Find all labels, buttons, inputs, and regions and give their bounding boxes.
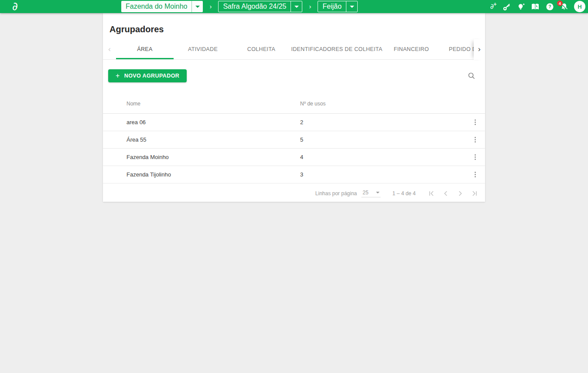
table-row: Fazenda Tijolinho 3 <box>103 166 485 183</box>
last-page-button[interactable] <box>470 189 479 198</box>
svg-text:?: ? <box>548 4 551 9</box>
pagination-bar: Linhas por página 25 1 – 4 de 4 <box>103 183 485 203</box>
farm-selector-caret[interactable] <box>191 1 203 12</box>
tabs-scroll-left-button[interactable]: ‹ <box>103 39 116 59</box>
table-row: Fazenda Moinho 4 <box>103 149 485 166</box>
app-bar: ∂ Fazenda do Moinho › Safra Algodão 24/2… <box>0 0 588 13</box>
tab-strip: ÁREA ATIVIDADE COLHEITA IDENTIFICADORES … <box>116 39 485 59</box>
new-agrupador-button-label: NOVO AGRUPADOR <box>124 73 179 79</box>
chevron-right-icon: › <box>478 46 481 53</box>
breadcrumb-separator-icon: › <box>209 1 212 12</box>
season-selector-label: Safra Algodão 24/25 <box>219 1 291 12</box>
search-icon[interactable] <box>468 72 475 80</box>
new-agrupador-button[interactable]: + NOVO AGRUPADOR <box>108 69 187 82</box>
aegro-logo-icon: ∂ <box>12 1 18 12</box>
row-menu-kebab-icon[interactable] <box>473 118 478 127</box>
tab-bar: ‹ ÁREA ATIVIDADE COLHEITA IDENTIFICADORE… <box>103 39 485 60</box>
pagination-range-label: 1 – 4 de 4 <box>393 190 416 197</box>
agrupadores-card: Agrupadores ‹ ÁREA ATIVIDADE COLHEITA ID… <box>103 13 485 202</box>
crop-selector-caret[interactable] <box>346 1 357 12</box>
notification-badge: 4 <box>557 0 563 6</box>
row-usos: 5 <box>300 136 465 143</box>
toolbar: + NOVO AGRUPADOR <box>103 60 485 82</box>
row-menu-kebab-icon[interactable] <box>473 170 478 179</box>
invite-user-icon[interactable]: ∂+ <box>488 2 496 11</box>
season-selector-caret[interactable] <box>291 1 302 12</box>
crop-selector[interactable]: Feijão <box>318 1 358 12</box>
farm-selector-label: Fazenda do Moinho <box>121 1 191 12</box>
plus-icon: + <box>116 72 120 80</box>
rows-per-page-value: 25 <box>362 190 368 196</box>
chevron-down-icon <box>294 6 299 8</box>
chevron-down-icon <box>376 192 379 193</box>
notifications-muted-icon[interactable]: 4 <box>560 2 568 11</box>
user-avatar[interactable]: H <box>574 1 585 12</box>
chevron-down-icon <box>350 6 354 8</box>
breadcrumb-separator-icon: › <box>309 1 311 12</box>
crop-selector-label: Feijão <box>318 1 346 12</box>
table-row: area 06 2 <box>103 114 485 131</box>
breadcrumb: Fazenda do Moinho › Safra Algodão 24/25 … <box>121 1 358 12</box>
app-bar-actions: ∂+ <box>488 0 585 13</box>
pager-controls <box>427 189 479 198</box>
row-usos: 3 <box>300 171 465 178</box>
tab-colheita[interactable]: COLHEITA <box>232 39 291 59</box>
tab-atividade[interactable]: ATIVIDADE <box>174 39 232 59</box>
row-nome: area 06 <box>103 119 300 125</box>
knowledge-book-icon[interactable] <box>531 2 540 11</box>
help-icon[interactable]: ? <box>545 2 554 11</box>
agrupadores-table: Nome Nº de usos area 06 2 Área 55 5 Faze… <box>103 94 485 183</box>
column-header-nome: Nome <box>103 101 300 107</box>
lightbulb-new-icon[interactable] <box>516 2 525 11</box>
page-title: Agrupadores <box>103 13 485 34</box>
tab-financeiro[interactable]: FINANCEIRO <box>383 39 440 59</box>
rows-per-page-select[interactable]: 25 <box>362 190 380 197</box>
first-page-button[interactable] <box>427 189 436 198</box>
season-selector[interactable]: Safra Algodão 24/25 <box>218 1 302 12</box>
row-nome: Fazenda Moinho <box>103 154 300 160</box>
tab-identificadores-de-colheita[interactable]: IDENTIFICADORES DE COLHEITA <box>291 39 383 59</box>
chevron-left-icon: ‹ <box>108 46 111 53</box>
row-menu-kebab-icon[interactable] <box>473 135 478 144</box>
tabs-scroll-right-button[interactable]: › <box>474 39 485 60</box>
rows-per-page-label: Linhas por página <box>315 190 357 197</box>
tab-area[interactable]: ÁREA <box>116 39 174 59</box>
next-page-button[interactable] <box>456 189 465 198</box>
row-nome: Área 55 <box>103 136 300 143</box>
farm-selector[interactable]: Fazenda do Moinho <box>121 1 203 12</box>
chevron-down-icon <box>195 6 200 8</box>
key-icon[interactable] <box>502 2 511 11</box>
row-usos: 2 <box>300 119 465 125</box>
row-menu-kebab-icon[interactable] <box>473 153 478 162</box>
column-header-usos: Nº de usos <box>300 101 465 107</box>
table-row: Área 55 5 <box>103 131 485 149</box>
row-nome: Fazenda Tijolinho <box>103 171 300 178</box>
row-usos: 4 <box>300 154 465 160</box>
previous-page-button[interactable] <box>441 189 450 198</box>
table-header-row: Nome Nº de usos <box>103 94 485 114</box>
